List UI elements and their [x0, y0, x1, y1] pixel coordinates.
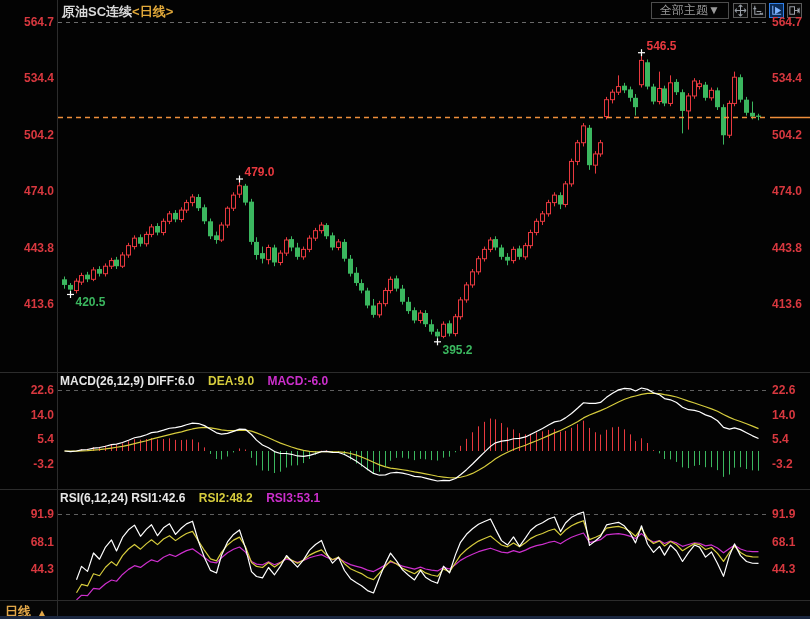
chart-canvas[interactable]: [0, 0, 810, 619]
top-toolbar: 全部主题▼: [651, 2, 802, 19]
theme-dropdown-button[interactable]: 全部主题▼: [651, 2, 729, 19]
footer-divider: [57, 601, 58, 616]
macd-dea-value: DEA:9.0: [208, 374, 254, 388]
rsi2-value: RSI2:48.2: [199, 491, 253, 505]
period-tag: <日线>: [132, 4, 173, 19]
bottom-axis-bar: 日线▲ 2021/062021/072021/082021/092021/102…: [0, 600, 810, 619]
macd-diff-value: MACD(26,12,9) DIFF:6.0: [60, 374, 195, 388]
pan-move-icon[interactable]: [733, 3, 748, 18]
toolbar-icon-tray: [733, 3, 802, 18]
axis-scale-icon[interactable]: [751, 3, 766, 18]
rsi3-value: RSI3:53.1: [266, 491, 320, 505]
rsi-indicator-header: RSI(6,12,24) RSI1:42.6 RSI2:48.2 RSI3:53…: [60, 491, 320, 505]
shift-right-icon[interactable]: [787, 3, 802, 18]
macd-value: MACD:-6.0: [267, 374, 328, 388]
rsi1-value: RSI(6,12,24) RSI1:42.6: [60, 491, 185, 505]
macd-indicator-header: MACD(26,12,9) DIFF:6.0 DEA:9.0 MACD:-6.0: [60, 374, 328, 388]
chart-window: 原油SC连续<日线> 全部主题▼ MACD(26,12,9) DIFF:6.0 …: [0, 0, 810, 619]
page-title: 原油SC连续<日线>: [62, 3, 173, 21]
symbol-name: 原油SC连续: [62, 4, 132, 19]
auto-scroll-icon[interactable]: [769, 3, 784, 18]
